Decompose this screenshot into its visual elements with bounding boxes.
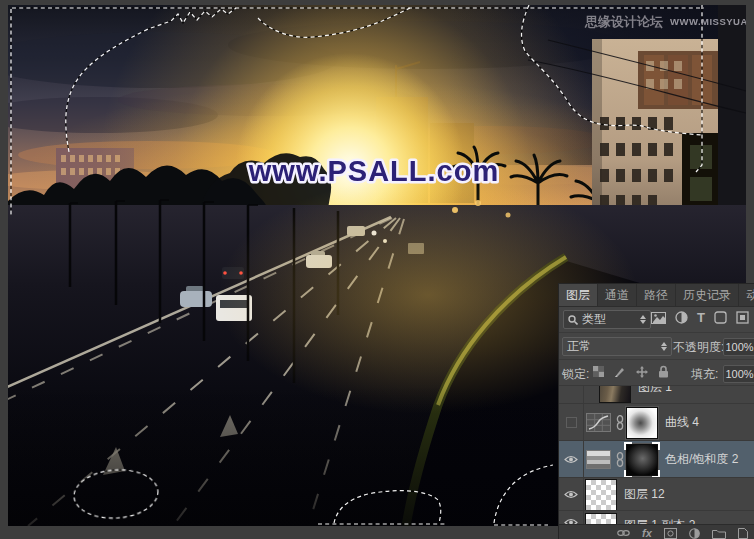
- visibility-toggle[interactable]: [559, 404, 584, 441]
- layer-thumbnail[interactable]: [600, 385, 630, 402]
- visibility-toggle[interactable]: [559, 386, 584, 404]
- tab-paths[interactable]: 路径: [637, 284, 676, 306]
- eye-icon: [564, 455, 578, 464]
- corner-watermark-site: 思缘设计论坛: [584, 14, 663, 29]
- hue-saturation-adjustment-icon[interactable]: [586, 450, 611, 469]
- pixel-filter-icon[interactable]: [651, 312, 666, 324]
- lock-all-icon[interactable]: [658, 365, 669, 378]
- visibility-toggle[interactable]: [559, 441, 584, 478]
- filter-kind-dropdown[interactable]: 类型: [563, 310, 651, 329]
- tab-channels[interactable]: 通道: [598, 284, 637, 306]
- blend-mode-dropdown[interactable]: 正常: [562, 337, 672, 356]
- curves-adjustment-icon[interactable]: [586, 413, 611, 432]
- layer-name: 图层 12: [624, 486, 665, 503]
- layer-row-curves-4[interactable]: 曲线 4: [559, 403, 754, 441]
- hidden-eye-icon: [566, 417, 577, 428]
- layer-mask-thumbnail-selected[interactable]: [627, 445, 657, 475]
- dropdown-arrows-icon: [661, 342, 667, 351]
- tab-history[interactable]: 历史记录: [676, 284, 739, 306]
- adjustment-filter-icon[interactable]: [675, 311, 688, 324]
- layer-name: 图层 1: [638, 385, 672, 396]
- panel-bottom-bar: fx: [559, 524, 754, 539]
- layer-style-icon[interactable]: fx: [642, 528, 652, 538]
- new-layer-icon[interactable]: [738, 528, 748, 539]
- photoshop-workspace: { "watermarks": { "center": "www.PSALL.c…: [0, 0, 754, 539]
- center-watermark: www.PSALL.com: [248, 155, 499, 187]
- opacity-label: 不透明度:: [673, 339, 724, 356]
- layers-panel: 图层 通道 路径 历史记录 动作 类型 T: [558, 283, 754, 539]
- mask-link-icon[interactable]: [616, 452, 624, 467]
- corner-watermark-url: WWW.MISSYUAN.COM: [670, 16, 746, 27]
- visibility-toggle[interactable]: [559, 478, 584, 511]
- panel-tabbar: 图层 通道 路径 历史记录 动作: [559, 284, 754, 307]
- layer-thumbnail[interactable]: [586, 480, 616, 510]
- layer-row-partial-top[interactable]: 图层 1: [559, 385, 754, 404]
- tab-layers[interactable]: 图层: [559, 284, 598, 306]
- link-layers-icon[interactable]: [617, 528, 630, 538]
- fill-value[interactable]: 100%: [723, 365, 754, 383]
- shape-filter-icon[interactable]: [714, 311, 727, 324]
- layer-name: 曲线 4: [665, 414, 699, 431]
- new-adjustment-layer-icon[interactable]: [689, 528, 700, 539]
- layer-mask-thumbnail[interactable]: [627, 408, 657, 438]
- opacity-value[interactable]: 100%: [723, 338, 754, 356]
- new-group-icon[interactable]: [712, 528, 726, 539]
- lock-position-icon[interactable]: [636, 366, 648, 378]
- search-icon: [568, 315, 578, 325]
- type-filter-icon[interactable]: T: [697, 312, 705, 324]
- lock-label: 锁定:: [562, 366, 589, 383]
- blend-mode-value: 正常: [567, 338, 591, 355]
- smart-object-filter-icon[interactable]: [736, 311, 749, 324]
- dropdown-arrows-icon: [640, 315, 646, 324]
- mask-link-icon[interactable]: [616, 415, 624, 430]
- eye-icon: [564, 490, 578, 499]
- layer-name: 色相/饱和度 2: [665, 451, 738, 468]
- layer-filter-row: 类型 T: [559, 307, 754, 333]
- layer-row-layer-12[interactable]: 图层 12: [559, 477, 754, 511]
- tab-actions[interactable]: 动作: [739, 284, 754, 306]
- layer-row-hue-saturation-2[interactable]: 色相/饱和度 2: [559, 440, 754, 478]
- filter-kind-label: 类型: [582, 311, 606, 328]
- lock-pixels-icon[interactable]: [614, 366, 626, 378]
- add-mask-icon[interactable]: [664, 528, 677, 539]
- lock-transparency-icon[interactable]: [593, 366, 604, 377]
- fill-label: 填充:: [691, 366, 718, 383]
